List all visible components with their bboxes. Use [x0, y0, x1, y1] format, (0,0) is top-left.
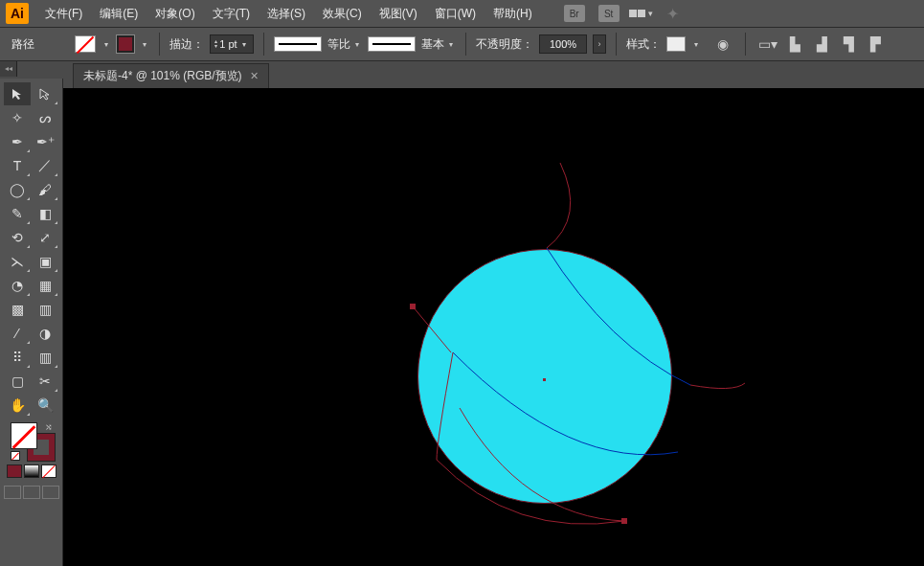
color-mode-row: [7, 464, 56, 478]
align-center-icon[interactable]: ▟: [813, 35, 830, 53]
selected-curve-bottom: [437, 460, 624, 524]
menu-view[interactable]: 视图(V): [372, 3, 424, 25]
scale-tool[interactable]: ⤢: [32, 226, 58, 249]
draw-normal-icon[interactable]: [4, 486, 21, 499]
width-profile-label: 等比▾: [327, 36, 362, 53]
hand-tool[interactable]: ✋: [4, 394, 31, 417]
selected-curve-left: [437, 352, 453, 460]
symbol-sprayer-tool[interactable]: ⠿: [4, 346, 31, 369]
style-dropdown-icon[interactable]: ▾: [691, 40, 701, 49]
variable-width-profile[interactable]: [274, 36, 322, 52]
application-menu-bar: Ai 文件(F) 编辑(E) 对象(O) 文字(T) 选择(S) 效果(C) 视…: [0, 0, 924, 27]
menu-edit[interactable]: 编辑(E): [93, 3, 145, 25]
draw-mode-row: [4, 486, 59, 499]
close-tab-icon[interactable]: ✕: [250, 70, 259, 82]
perspective-grid-tool[interactable]: ▦: [32, 274, 58, 297]
selected-path-tail-top: [547, 163, 571, 248]
selection-overlay: [63, 88, 924, 566]
selection-tool[interactable]: [4, 82, 31, 105]
menu-object[interactable]: 对象(O): [148, 3, 201, 25]
swap-fill-stroke-icon[interactable]: ⤭: [45, 422, 53, 432]
blend-tool[interactable]: ◑: [32, 322, 58, 345]
canvas-area[interactable]: [63, 88, 924, 566]
rotate-tool[interactable]: ⟲: [4, 226, 31, 249]
direct-selection-tool[interactable]: [32, 82, 58, 105]
column-graph-tool[interactable]: ▥: [32, 346, 58, 369]
mesh-tool[interactable]: ▩: [4, 298, 31, 321]
curvature-tool[interactable]: ✒⁺: [32, 130, 58, 153]
app-logo: Ai: [6, 3, 29, 24]
menu-window[interactable]: 窗口(W): [428, 3, 483, 25]
opacity-label[interactable]: 不透明度：: [476, 36, 533, 53]
anchor-point-2[interactable]: [621, 518, 627, 524]
menu-effect[interactable]: 效果(C): [316, 3, 369, 25]
align-bottom-icon[interactable]: ▛: [867, 35, 884, 53]
panel-collapse-handle[interactable]: ◂◂: [0, 61, 17, 77]
selection-type-label: 路径: [11, 36, 34, 53]
zoom-tool[interactable]: 🔍: [32, 394, 58, 417]
eyedropper-tool[interactable]: ⁄: [4, 322, 31, 345]
opacity-popup-icon[interactable]: ›: [593, 34, 606, 54]
document-tab-strip: 未标题-4* @ 101% (RGB/预览) ✕: [73, 63, 269, 88]
stroke-label[interactable]: 描边：: [169, 36, 204, 53]
color-mode-solid[interactable]: [7, 464, 22, 478]
paintbrush-tool[interactable]: 🖌: [32, 178, 58, 201]
fill-stroke-control[interactable]: ⤭: [9, 422, 55, 461]
document-tab-title: 未标题-4* @ 101% (RGB/预览): [83, 68, 242, 84]
menu-type[interactable]: 文字(T): [206, 3, 257, 25]
recolor-artwork-icon[interactable]: ◉: [714, 35, 732, 53]
pencil-tool[interactable]: ✎: [4, 202, 31, 225]
curve-stroke-2: [453, 352, 678, 455]
color-mode-none[interactable]: [41, 464, 56, 478]
arrange-documents-button[interactable]: ▾: [629, 9, 653, 18]
stroke-dropdown-icon[interactable]: ▾: [140, 40, 149, 49]
selected-curve-bottom-2: [460, 408, 624, 521]
line-segment-tool[interactable]: ／: [32, 154, 58, 177]
stroke-weight-value: 1 pt: [219, 38, 237, 50]
document-tab[interactable]: 未标题-4* @ 101% (RGB/预览) ✕: [73, 63, 269, 88]
tools-panel: ✧ ᔕ ✒ ✒⁺ T ／ ◯ 🖌 ✎ ◧ ⟲ ⤢ ⋋ ▣ ◔ ▦ ▩ ▥ ⁄ ◑…: [0, 79, 63, 566]
sync-icon[interactable]: ✦: [666, 5, 679, 23]
curve-stroke-1: [547, 248, 690, 385]
free-transform-tool[interactable]: ▣: [32, 250, 58, 273]
stroke-weight-input[interactable]: ▴▾ 1 pt ▾: [210, 34, 254, 54]
handle-line-1: [413, 306, 451, 352]
opacity-input[interactable]: 100%: [539, 34, 587, 54]
menu-select[interactable]: 选择(S): [260, 3, 312, 25]
pen-tool[interactable]: ✒: [4, 130, 31, 153]
eraser-tool[interactable]: ◧: [32, 202, 58, 225]
align-right-icon[interactable]: ▜: [840, 35, 857, 53]
draw-behind-icon[interactable]: [23, 486, 40, 499]
shape-builder-tool[interactable]: ◔: [4, 274, 31, 297]
center-point: [543, 378, 546, 381]
stroke-swatch[interactable]: [117, 35, 134, 53]
style-label: 样式：: [626, 36, 661, 53]
stock-button[interactable]: St: [598, 5, 620, 22]
fill-color-box[interactable]: [11, 422, 37, 449]
fill-swatch[interactable]: [75, 35, 96, 53]
fill-dropdown-icon[interactable]: ▾: [101, 40, 111, 49]
align-to-icon[interactable]: ▭▾: [759, 35, 777, 53]
color-mode-gradient[interactable]: [24, 464, 39, 478]
slice-tool[interactable]: ✂: [32, 370, 58, 393]
selected-path-tail-right: [690, 383, 745, 389]
default-fill-stroke-icon[interactable]: [11, 451, 20, 461]
lasso-tool[interactable]: ᔕ: [32, 106, 58, 129]
anchor-point-1[interactable]: [410, 304, 416, 309]
gradient-tool[interactable]: ▥: [32, 298, 58, 321]
ellipse-tool[interactable]: ◯: [4, 178, 31, 201]
control-bar: 路径 ▾ ▾ 描边： ▴▾ 1 pt ▾ 等比▾ 基本▾ 不透明度： 100% …: [0, 27, 924, 61]
menu-file[interactable]: 文件(F): [38, 3, 89, 25]
bridge-button[interactable]: Br: [564, 5, 585, 22]
magic-wand-tool[interactable]: ✧: [4, 106, 31, 129]
brush-definition-label: 基本▾: [421, 36, 456, 53]
artboard-tool[interactable]: ▢: [4, 370, 31, 393]
brush-definition[interactable]: [368, 36, 416, 52]
draw-inside-icon[interactable]: [42, 486, 59, 499]
graphic-style-swatch[interactable]: [666, 36, 686, 52]
type-tool[interactable]: T: [4, 154, 31, 177]
width-tool[interactable]: ⋋: [4, 250, 31, 273]
align-left-icon[interactable]: ▙: [786, 35, 803, 53]
menu-help[interactable]: 帮助(H): [486, 3, 539, 25]
